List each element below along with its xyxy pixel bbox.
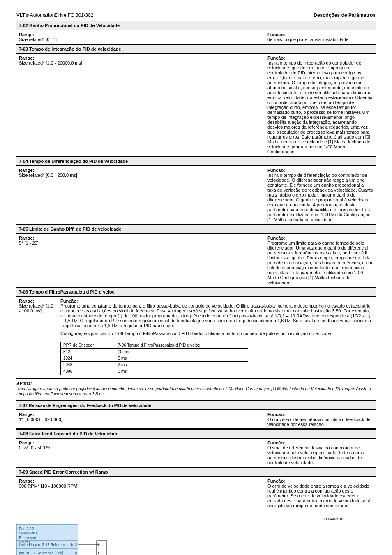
enc-cell: 512 (61, 348, 115, 355)
param-7-07-title: 7-07 Relação de Engrenagem do Feedback d… (16, 400, 376, 410)
func-label: Funcão: (267, 32, 285, 37)
param-7-02-title-text: 7-02 Ganho Proporcional do PID de Veloci… (16, 21, 265, 30)
param-7-02-range: Range: Size related* [0 - 1] (16, 30, 265, 44)
empty-cell (265, 468, 376, 476)
func-text: Insira o tempo de diferenciação do contr… (267, 173, 373, 222)
range-value: 300 RPM* [10 - 100000 RPM] (19, 483, 79, 488)
enc-cell: 5 ms (115, 355, 248, 361)
range-cell: Range: Size related* [0.0 - 200.0 ms] (16, 166, 265, 224)
range-label: Range: (19, 56, 34, 60)
param-7-04-title: 7-04 Tempo de Diferenciação do PID de ve… (16, 156, 376, 166)
param-7-08-title: 7-08 Fator Feed Forward do PID de Veloci… (16, 429, 376, 438)
range-value: 5* [1 - 20] (19, 240, 39, 245)
empty-cell (265, 225, 376, 233)
empty-cell (265, 401, 376, 409)
param-7-07-row: Range: 1* [ 0.0001 - 32.0000] Funcão: O … (16, 410, 376, 429)
range-label: Range: (19, 236, 34, 240)
func-text: O conversor de frequência multiplica o f… (267, 417, 371, 427)
param-title: 7-08 Fator Feed Forward do PID de Veloci… (16, 430, 265, 438)
param-7-02-title: 7-02 Ganho Proporcional do PID de Veloci… (16, 21, 376, 30)
range-cell: Range: 5* [1 - 20] (16, 234, 265, 287)
func-cell: Funcão: Insira o tempo de diferenciação … (265, 166, 376, 224)
func-text2: Configurações práticas do 7-06 Tempo d F… (60, 331, 373, 337)
param-7-02-row: Range: Size related* [0 - 1] Funcão: dem… (16, 30, 376, 44)
range-value: Size related* [1.0 - 20000.0 ms] (19, 60, 82, 65)
range-label: Range: (19, 298, 34, 303)
func-label: Funcão: (267, 440, 285, 445)
range-label: Range: (19, 440, 34, 445)
enc-cell: 2 ms (115, 361, 248, 368)
enc-cell: 1 ms (115, 368, 248, 375)
aviso-head: AVISO! (16, 381, 376, 386)
param-title: 7-03 Tempo de Integração do PID de veloc… (16, 45, 265, 53)
range-cell: Range: Size related* [1.0 - 20000.0 ms] (16, 54, 265, 156)
range-cell: Range: 0 %* [0 - 500 %] (16, 439, 265, 467)
func-label: Funcão: (267, 168, 285, 173)
range-value: Size related* [1.0 - 100.0 ms] (19, 303, 53, 313)
param-title: 7-06 Tempo d FiltroPassabaixa d PID d ve… (16, 288, 265, 296)
enc-cell: 4096 (61, 368, 115, 375)
range-value: Size related* [0 - 1] (19, 37, 58, 42)
enc-head-right: 7-06 Tempo d FiltroPassabaixa d PID d ve… (115, 342, 248, 348)
param-title: 7-04 Tempo de Diferenciação do PID de ve… (16, 157, 265, 165)
aviso-body: Uma filtragem rigorosa pode ser prejudic… (16, 386, 376, 397)
func-cell: Funcão: Insira o tempo de integração do … (265, 54, 376, 156)
range-label: Range: (19, 168, 34, 173)
diagram-block: 130BA871.10 Par. 7-12Speed PIDReferenceS… (16, 516, 376, 555)
param-7-08-row: Range: 0 %* [0 - 500 %] Funcão: O sinal … (16, 438, 376, 467)
control-loop-diagram: 130BA871.10 Par. 7-12Speed PIDReferenceS… (16, 516, 345, 555)
func-cell: Funcão: Programe uma constante de tempo … (58, 297, 376, 378)
func-text: O sinal de referência desvia do controla… (267, 445, 364, 465)
empty-cell (265, 430, 376, 438)
param-7-03-row: Range: Size related* [1.0 - 20000.0 ms] … (16, 53, 376, 156)
func-cell: Funcão: O erro de velocidade entre a ram… (265, 477, 376, 510)
empty-cell (265, 45, 376, 53)
empty-cell (265, 157, 376, 165)
param-7-02-func: Funcão: demais, o que pode causar instab… (265, 30, 376, 44)
func-label: Funcão: (267, 479, 285, 483)
param-title: 7-09 Speed PID Error Correction w/ Ramp (16, 468, 265, 476)
func-text: O erro de velocidade entre a rampa e a v… (267, 483, 371, 508)
func-label: Funcão: (267, 236, 285, 240)
range-cell: Range: 1* [ 0.0001 - 32.0000] (16, 410, 265, 428)
ref-item: par. 16-01 Reference [Unit] (19, 551, 63, 555)
param-title: 7-05 Limite de Ganho Diff. do PID de vel… (16, 225, 265, 233)
range-value: Size related* [0.0 - 200.0 ms] (19, 173, 77, 178)
range-label: Range: (19, 412, 34, 417)
param-7-06-title: 7-06 Tempo d FiltroPassabaixa d PID d ve… (16, 287, 376, 296)
enc-head-left: PPR do Encoder (61, 342, 115, 348)
func-cell: Funcão: O conversor de frequência multip… (265, 410, 376, 428)
ref-item: Linked to par. 3-13 Reference site (19, 543, 74, 547)
range-cell: Range: 300 RPM* [10 - 100000 RPM] (16, 477, 265, 510)
page-header-left: VLT® AutomationDrive FC 301/302 (16, 12, 93, 18)
func-label: Funcão: (267, 412, 285, 417)
func-text: demais, o que pode causar instabilidade. (267, 37, 350, 42)
range-value: 0 %* [0 - 500 %] (19, 445, 52, 450)
enc-cell: 10 ms (115, 348, 248, 355)
param-7-03-title: 7-03 Tempo de Integração do PID de veloc… (16, 44, 376, 53)
empty-cell (265, 21, 376, 30)
enc-cell: 1024 (61, 355, 115, 361)
param-7-04-row: Range: Size related* [0.0 - 200.0 ms] Fu… (16, 166, 376, 224)
func-cell: Funcão: Programe um limite para o ganho … (265, 234, 376, 287)
func-text: Insira o tempo de integração do controla… (267, 60, 373, 154)
param-7-09-row: Range: 300 RPM* [10 - 100000 RPM] Funcão… (16, 476, 376, 510)
func-text: Programe um limite para o ganho fornecid… (267, 240, 372, 285)
func-text: Programe uma constante de tempo para o f… (60, 303, 371, 328)
param-7-06-row: Range: Size related* [1.0 - 100.0 ms] Fu… (16, 296, 376, 379)
page-header-right: Descrições de Parâmetros (314, 12, 376, 18)
func-label: Funcão: (60, 298, 78, 303)
range-cell: Range: Size related* [1.0 - 100.0 ms] (16, 297, 58, 378)
panel-id: 130BA871.10 (323, 517, 344, 521)
enc-cell: 2048 (61, 361, 115, 368)
func-label: Funcão: (267, 56, 285, 60)
param-7-09-title: 7-09 Speed PID Error Correction w/ Ramp (16, 467, 376, 476)
func-cell: Funcão: O sinal de referência desvia do … (265, 439, 376, 467)
param-7-05-row: Range: 5* [1 - 20] Funcão: Programe um l… (16, 234, 376, 287)
empty-cell (265, 288, 376, 296)
range-value: 1* [ 0.0001 - 32.0000] (19, 417, 62, 422)
encoder-table: PPR do Encoder 7-06 Tempo d FiltroPassab… (60, 342, 248, 375)
range-label: Range: (19, 479, 34, 483)
param-title: 7-07 Relação de Engrenagem do Feedback d… (16, 401, 265, 409)
range-label: Range: (19, 32, 34, 37)
